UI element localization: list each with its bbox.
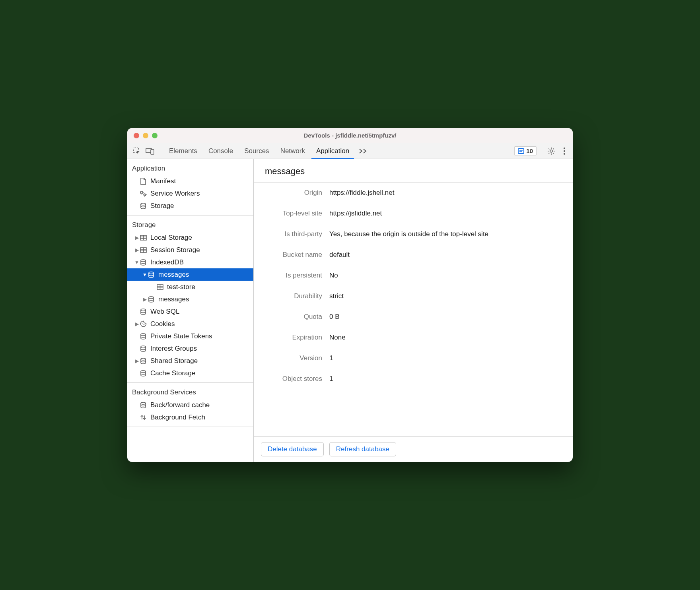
detail-value: https://jsfiddle.net [329,210,573,217]
svg-point-32 [141,334,146,336]
chevron-right-icon[interactable]: ▶ [134,235,139,241]
svg-point-30 [143,324,144,325]
svg-point-33 [141,346,146,348]
close-icon[interactable] [134,133,139,138]
chevron-down-icon[interactable]: ▼ [142,272,147,278]
tree-item-background-fetch[interactable]: Background Fetch [127,411,253,423]
arrows-icon [139,414,147,421]
tree-item-shared-storage[interactable]: ▶Shared Storage [127,355,253,367]
tree-item-label: test-store [167,283,195,291]
tree-item-session-storage[interactable]: ▶Session Storage [127,244,253,256]
tree-item-manifest[interactable]: Manifest [127,175,253,187]
window-title: DevTools - jsfiddle.net/5tmpfuzv/ [127,132,573,139]
svg-point-7 [564,148,565,149]
issues-count: 10 [526,148,533,154]
svg-point-27 [149,297,154,299]
svg-point-36 [141,402,146,404]
detail-row: Object stores1 [254,369,573,389]
kebab-menu-icon[interactable] [559,146,570,157]
db-icon [139,203,147,209]
main-panel: messages Originhttps://fiddle.jshell.net… [254,159,573,462]
delete-database-button[interactable]: Delete database [261,442,324,456]
minimize-icon[interactable] [143,133,148,138]
chevron-right-icon[interactable]: ▶ [134,358,139,364]
tree-item-interest-groups[interactable]: Interest Groups [127,342,253,355]
tree-item-label: Interest Groups [150,345,197,353]
tree-item-cache-storage[interactable]: Cache Storage [127,367,253,379]
detail-label: Origin [254,189,329,197]
inspect-element-icon[interactable] [130,146,143,157]
title-bar: DevTools - jsfiddle.net/5tmpfuzv/ [127,128,573,143]
detail-label: Quota [254,313,329,321]
svg-point-9 [564,153,565,155]
detail-row: ExpirationNone [254,327,573,348]
tree-item-messages[interactable]: ▼messages [127,268,253,281]
toolbar-divider [540,147,540,155]
tree-item-label: Manifest [150,177,176,185]
detail-grid: Originhttps://fiddle.jshell.netTop-level… [254,182,573,436]
detail-value: Yes, because the origin is outside of th… [329,230,573,238]
tab-network[interactable]: Network [275,144,311,159]
tree-item-messages[interactable]: ▶messages [127,293,253,305]
tree-item-label: IndexedDB [150,258,184,266]
chevron-down-icon[interactable]: ▼ [134,260,139,265]
tab-sources[interactable]: Sources [239,144,274,159]
detail-label: Version [254,354,329,362]
tree-item-label: Cache Storage [150,369,195,377]
detail-value: https://fiddle.jshell.net [329,189,573,197]
zoom-icon[interactable] [152,133,158,138]
issues-badge[interactable]: 10 [514,146,537,155]
refresh-database-button[interactable]: Refresh database [329,442,396,456]
detail-label: Is third-party [254,230,329,238]
svg-point-21 [141,260,146,262]
db-icon [139,259,147,266]
detail-value: 1 [329,354,573,362]
svg-point-11 [144,194,146,195]
tree-item-cookies[interactable]: ▶Cookies [127,318,253,330]
tree-item-indexeddb[interactable]: ▼IndexedDB [127,256,253,268]
tree-item-local-storage[interactable]: ▶Local Storage [127,231,253,244]
tree-item-storage[interactable]: Storage [127,200,253,212]
application-sidebar: ApplicationManifestService WorkersStorag… [127,159,254,462]
detail-value: No [329,272,573,279]
file-icon [139,178,147,185]
detail-row: Is third-partyYes, because the origin is… [254,224,573,245]
detail-row: Top-level sitehttps://jsfiddle.net [254,203,573,224]
table-icon [156,284,164,290]
settings-icon[interactable] [543,146,559,157]
tree-item-back-forward-cache[interactable]: Back/forward cache [127,399,253,411]
db-icon [139,309,147,315]
svg-point-10 [141,191,142,193]
tree-item-private-state-tokens[interactable]: Private State Tokens [127,330,253,342]
chevron-right-icon[interactable]: ▶ [142,297,147,302]
detail-label: Durability [254,292,329,300]
content-area: ApplicationManifestService WorkersStorag… [127,159,573,462]
tree-item-test-store[interactable]: test-store [127,281,253,293]
svg-point-31 [144,324,145,324]
detail-label: Object stores [254,375,329,383]
action-footer: Delete database Refresh database [254,436,573,462]
tree-item-web-sql[interactable]: Web SQL [127,305,253,318]
detail-row: Version1 [254,348,573,369]
svg-point-35 [141,371,146,373]
more-tabs-icon[interactable] [355,147,371,155]
table-icon [139,247,147,253]
tab-console[interactable]: Console [203,144,239,159]
detail-row: Durabilitystrict [254,286,573,307]
chevron-right-icon[interactable]: ▶ [134,321,139,327]
svg-rect-2 [151,149,154,154]
tree-item-service-workers[interactable]: Service Workers [127,187,253,200]
main-toolbar: ElementsConsoleSourcesNetworkApplication… [127,143,573,159]
detail-row: Originhttps://fiddle.jshell.net [254,182,573,203]
chevron-right-icon[interactable]: ▶ [134,247,139,253]
db-icon [139,333,147,340]
db-icon [139,358,147,364]
tree-item-label: messages [158,295,189,303]
tree-item-label: Session Storage [150,246,200,254]
tree-item-label: Shared Storage [150,357,198,365]
tree-item-label: messages [158,271,189,279]
device-toolbar-icon[interactable] [143,146,157,156]
tree-item-label: Cookies [150,320,175,328]
tab-application[interactable]: Application [311,144,355,159]
tab-elements[interactable]: Elements [163,144,203,159]
